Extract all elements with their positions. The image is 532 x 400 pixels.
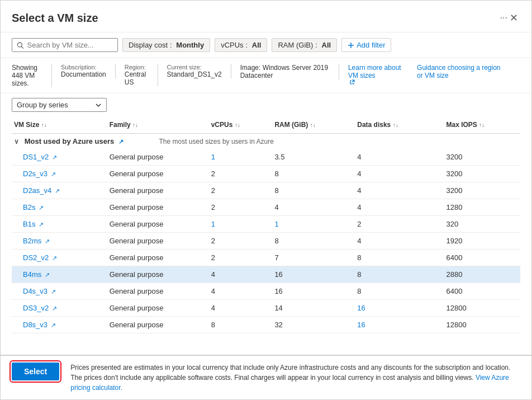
col-header-disks[interactable]: Data disks ↑↓ bbox=[355, 116, 444, 134]
current-size-value: Standard_DS1_v2 bbox=[167, 70, 222, 78]
current-size-label: Current size: bbox=[167, 64, 222, 70]
col-header-iops[interactable]: Max IOPS ↑↓ bbox=[444, 116, 521, 134]
cell-ram: 8 bbox=[272, 182, 355, 199]
cell-family: General purpose bbox=[107, 199, 209, 216]
cell-family: General purpose bbox=[107, 149, 209, 166]
display-cost-filter[interactable]: Display cost : Monthly bbox=[122, 38, 210, 52]
cell-vcpus: 1 bbox=[209, 149, 273, 166]
ram-label: RAM (GiB) bbox=[278, 41, 313, 49]
display-cost-label: Display cost bbox=[129, 41, 168, 49]
subscription-label: Subscription: bbox=[61, 64, 106, 70]
sort-icon-vmsize: ↑↓ bbox=[41, 122, 47, 128]
group-by-select[interactable]: Group by series bbox=[12, 98, 107, 112]
more-options-icon[interactable]: ··· bbox=[500, 13, 507, 23]
learn-more-link[interactable]: Learn more about VM sizes bbox=[348, 64, 408, 79]
sort-icon-family: ↑↓ bbox=[132, 122, 138, 128]
guidance-link[interactable]: Guidance choosing a region or VM size bbox=[417, 64, 502, 79]
region-value: Central US bbox=[125, 70, 149, 86]
search-icon bbox=[17, 41, 24, 49]
close-button[interactable]: ✕ bbox=[507, 10, 520, 26]
cell-ram: 3.5 bbox=[272, 149, 355, 166]
search-input[interactable] bbox=[27, 41, 113, 49]
table-header: VM Size ↑↓ Family ↑↓ vCPUs ↑↓ RAM (GiB) … bbox=[12, 116, 520, 134]
cell-vmsize: D2as_v4 ↗ bbox=[12, 182, 107, 199]
trending-icon: ↗ bbox=[39, 221, 44, 228]
cell-vmsize: D8s_v3 ↗ bbox=[12, 317, 107, 333]
cell-vmsize: DS3_v2 ↗ bbox=[12, 300, 107, 317]
footer: Select Prices presented are estimates in… bbox=[1, 355, 531, 399]
col-header-family[interactable]: Family ↑↓ bbox=[107, 116, 209, 134]
table-row[interactable]: DS2_v2 ↗ General purpose 2 7 8 6400 bbox=[12, 250, 520, 266]
trending-icon: ↗ bbox=[45, 271, 50, 278]
sort-icon-ram: ↑↓ bbox=[310, 122, 316, 128]
showing-info: Showing448 VM sizes. bbox=[12, 64, 52, 87]
cell-disks: 16 bbox=[355, 300, 444, 317]
cell-iops: 1920 bbox=[444, 233, 521, 250]
sort-icon-disks: ↑↓ bbox=[393, 122, 398, 128]
cell-vcpus: 2 bbox=[209, 182, 273, 199]
select-button[interactable]: Select bbox=[12, 363, 59, 380]
col-header-vcpus[interactable]: vCPUs ↑↓ bbox=[209, 116, 273, 134]
table-row[interactable]: D4s_v3 ↗ General purpose 4 16 8 6400 bbox=[12, 283, 520, 300]
cell-iops: 2880 bbox=[444, 266, 521, 283]
cell-vmsize: D4s_v3 ↗ bbox=[12, 283, 107, 300]
cell-vcpus: 4 bbox=[209, 266, 273, 283]
table-row[interactable]: D8s_v3 ↗ General purpose 8 32 16 12800 bbox=[12, 317, 520, 333]
chevron-down-icon bbox=[95, 102, 102, 109]
cell-iops: 1280 bbox=[444, 199, 521, 216]
cell-disks: 8 bbox=[355, 266, 444, 283]
showing-label: Showing448 VM sizes. bbox=[12, 64, 42, 87]
table-container[interactable]: VM Size ↑↓ Family ↑↓ vCPUs ↑↓ RAM (GiB) … bbox=[1, 116, 531, 355]
cell-vmsize: B1s ↗ bbox=[12, 216, 107, 233]
image-value: Image: Windows Server 2019 Datacenter bbox=[240, 64, 330, 79]
search-box[interactable] bbox=[12, 38, 118, 52]
cell-family: General purpose bbox=[107, 250, 209, 266]
vcpus-filter[interactable]: vCPUs : All bbox=[215, 38, 267, 52]
table-row[interactable]: DS1_v2 ↗ General purpose 1 3.5 4 3200 bbox=[12, 149, 520, 166]
group-by-value: Group by series bbox=[17, 101, 68, 109]
add-filter-label: Add filter bbox=[357, 41, 385, 49]
cell-iops: 3200 bbox=[444, 149, 521, 166]
cell-disks: 4 bbox=[355, 149, 444, 166]
cell-ram: 14 bbox=[272, 300, 355, 317]
cell-iops: 3200 bbox=[444, 166, 521, 182]
display-cost-value: Monthly bbox=[176, 41, 204, 49]
info-bar: Showing448 VM sizes. Subscription: Docum… bbox=[1, 58, 531, 93]
group-desc: The most used sizes by users in Azure bbox=[159, 138, 274, 145]
table-body: ∨ Most used by Azure users ↗ The most us… bbox=[12, 134, 520, 333]
cell-family: General purpose bbox=[107, 266, 209, 283]
table-row[interactable]: B2ms ↗ General purpose 2 8 4 1920 bbox=[12, 233, 520, 250]
ram-value: All bbox=[322, 41, 331, 49]
col-header-vmsize[interactable]: VM Size ↑↓ bbox=[12, 116, 107, 134]
trending-icon: ↗ bbox=[51, 171, 56, 177]
cell-vmsize: DS1_v2 ↗ bbox=[12, 149, 107, 166]
cell-ram: 32 bbox=[272, 317, 355, 333]
cell-iops: 12800 bbox=[444, 300, 521, 317]
add-filter-button[interactable]: Add filter bbox=[341, 38, 391, 52]
trending-icon: ↗ bbox=[51, 322, 56, 328]
table-row[interactable]: D2as_v4 ↗ General purpose 2 8 4 3200 bbox=[12, 182, 520, 199]
cell-family: General purpose bbox=[107, 182, 209, 199]
cell-iops: 12800 bbox=[444, 317, 521, 333]
cell-vcpus: 8 bbox=[209, 317, 273, 333]
cell-family: General purpose bbox=[107, 300, 209, 317]
table-row[interactable]: D2s_v3 ↗ General purpose 2 8 4 3200 bbox=[12, 166, 520, 182]
table-row[interactable]: B4ms ↗ General purpose 4 16 8 2880 bbox=[12, 266, 520, 283]
cell-ram: 7 bbox=[272, 250, 355, 266]
group-row: ∨ Most used by Azure users ↗ The most us… bbox=[12, 134, 520, 149]
svg-line-1 bbox=[21, 46, 23, 48]
toolbar: Display cost : Monthly vCPUs : All RAM (… bbox=[1, 32, 531, 58]
col-header-ram[interactable]: RAM (GiB) ↑↓ bbox=[272, 116, 355, 134]
cell-disks: 4 bbox=[355, 182, 444, 199]
table-row[interactable]: B2s ↗ General purpose 2 4 4 1280 bbox=[12, 199, 520, 216]
vm-table: VM Size ↑↓ Family ↑↓ vCPUs ↑↓ RAM (GiB) … bbox=[12, 116, 520, 333]
ram-filter[interactable]: RAM (GiB) : All bbox=[272, 38, 337, 52]
cell-vcpus: 4 bbox=[209, 283, 273, 300]
cell-vmsize: DS2_v2 ↗ bbox=[12, 250, 107, 266]
collapse-icon[interactable]: ∨ bbox=[14, 138, 19, 145]
table-row[interactable]: DS3_v2 ↗ General purpose 4 14 16 12800 bbox=[12, 300, 520, 317]
table-row[interactable]: B1s ↗ General purpose 1 1 2 320 bbox=[12, 216, 520, 233]
region-info: Region: Central US bbox=[125, 64, 158, 86]
trending-icon: ↗ bbox=[51, 288, 56, 295]
image-info: Image: Windows Server 2019 Datacenter bbox=[240, 64, 339, 79]
